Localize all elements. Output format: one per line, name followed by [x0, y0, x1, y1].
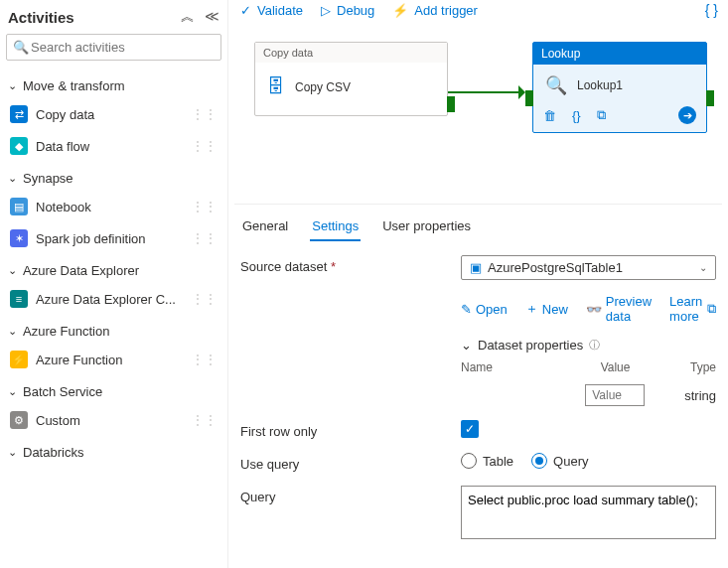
activity-data-flow[interactable]: ◆Data flow⋮⋮	[6, 131, 221, 161]
copy-data-node[interactable]: Copy data 🗄 Copy CSV	[254, 42, 448, 116]
dataset-properties: ⌄Dataset propertiesⓘ Name Value Type str…	[240, 338, 716, 406]
link-label: Preview data	[606, 294, 652, 324]
activity-copy-data[interactable]: ⇄Copy data⋮⋮	[6, 99, 221, 129]
button-label: Debug	[337, 3, 374, 18]
chevron-down-icon: ⌄	[461, 338, 472, 353]
add-trigger-button[interactable]: ⚡Add trigger	[392, 3, 478, 18]
validate-button[interactable]: ✓Validate	[240, 3, 303, 18]
radio-table[interactable]: Table	[461, 453, 513, 469]
activity-label: Copy data	[36, 107, 94, 122]
group-label: Synapse	[23, 171, 73, 186]
info-icon[interactable]: ⓘ	[589, 338, 600, 353]
chevron-left-icon[interactable]: ≪	[205, 8, 219, 26]
code-icon[interactable]: {}	[572, 108, 581, 123]
dataset-properties-label: Dataset properties	[478, 338, 583, 353]
group-label: Databricks	[23, 445, 83, 460]
external-link-icon: ⧉	[707, 301, 716, 317]
copy-data-icon: ⇄	[10, 105, 28, 123]
source-dataset-label: Source dataset	[240, 255, 449, 274]
activity-adx-command[interactable]: ≡Azure Data Explorer C...⋮⋮	[6, 284, 221, 314]
sidebar-collapse-icons[interactable]: ︽ ≪	[181, 8, 219, 26]
grip-icon: ⋮⋮	[192, 353, 218, 366]
output-port[interactable]	[447, 96, 455, 112]
chevron-down-icon: ⌄	[8, 325, 17, 338]
first-row-only-label: First row only	[240, 420, 449, 439]
group-label: Azure Data Explorer	[23, 263, 139, 278]
function-icon: ⚡	[10, 351, 28, 368]
connector-arrow[interactable]	[448, 88, 532, 96]
link-label: Learn more	[669, 294, 703, 324]
button-label: Add trigger	[414, 3, 478, 18]
settings-panel: Source dataset ▣ AzurePostgreSqlTable1 ⌄…	[228, 241, 728, 549]
activity-azure-function[interactable]: ⚡Azure Function⋮⋮	[6, 345, 221, 374]
activity-label: Azure Data Explorer C...	[36, 292, 176, 307]
query-label: Query	[240, 486, 449, 504]
grip-icon: ⋮⋮	[192, 231, 218, 245]
copy-icon[interactable]: ⧉	[597, 107, 606, 123]
tab-settings[interactable]: Settings	[310, 213, 361, 241]
select-value: AzurePostgreSqlTable1	[488, 260, 623, 275]
delete-icon[interactable]: 🗑	[543, 108, 556, 123]
group-label: Batch Service	[23, 384, 102, 399]
chevron-down-icon: ⌄	[8, 79, 17, 92]
use-query-radio-group: Table Query	[461, 453, 588, 469]
pipeline-toolbar: ✓Validate ▷Debug ⚡Add trigger { }	[228, 0, 728, 24]
activity-notebook[interactable]: ▤Notebook⋮⋮	[6, 192, 221, 221]
code-view-button[interactable]: { }	[705, 2, 718, 18]
grip-icon: ⋮⋮	[192, 107, 218, 121]
search-activities-box[interactable]: 🔍	[6, 34, 221, 61]
input-port[interactable]	[525, 90, 533, 106]
first-row-only-checkbox[interactable]: ✓	[461, 420, 479, 438]
node-type-label: Copy data	[255, 43, 447, 63]
run-icon[interactable]: ➔	[678, 106, 696, 124]
source-dataset-select[interactable]: ▣ AzurePostgreSqlTable1 ⌄	[461, 255, 716, 280]
activity-label: Azure Function	[36, 353, 122, 367]
gear-icon: ⚙	[10, 411, 28, 429]
node-name: Copy CSV	[295, 80, 351, 94]
group-databricks[interactable]: ⌄Databricks	[6, 437, 221, 464]
preview-data-link[interactable]: 👓Preview data	[586, 294, 652, 324]
open-link[interactable]: ✎Open	[461, 294, 508, 324]
lightning-icon: ⚡	[392, 3, 408, 18]
activity-label: Custom	[36, 413, 80, 428]
activity-spark-job[interactable]: ✶Spark job definition⋮⋮	[6, 223, 221, 253]
learn-more-link[interactable]: Learn more⧉	[669, 294, 716, 324]
debug-button[interactable]: ▷Debug	[321, 3, 374, 18]
group-batch-service[interactable]: ⌄Batch Service	[6, 376, 221, 403]
grip-icon: ⋮⋮	[192, 292, 218, 306]
new-link[interactable]: ＋New	[525, 294, 568, 324]
chevron-up-icon[interactable]: ︽	[181, 8, 195, 26]
dataset-actions: ✎Open ＋New 👓Preview data Learn more⧉	[240, 294, 716, 324]
check-icon: ✓	[240, 3, 251, 18]
search-input[interactable]	[29, 39, 215, 56]
tab-general[interactable]: General	[240, 213, 290, 241]
sidebar-title: Activities	[8, 9, 74, 26]
group-label: Move & transform	[23, 78, 125, 93]
col-name: Name	[461, 360, 561, 374]
radio-label: Query	[553, 454, 588, 469]
radio-label: Table	[483, 454, 513, 469]
radio-query[interactable]: Query	[531, 453, 588, 469]
group-synapse[interactable]: ⌄Synapse	[6, 163, 221, 190]
dataset-properties-toggle[interactable]: ⌄Dataset propertiesⓘ	[461, 338, 716, 353]
output-port[interactable]	[706, 90, 714, 106]
query-textarea[interactable]	[461, 486, 716, 539]
group-move-transform[interactable]: ⌄Move & transform	[6, 71, 221, 97]
col-type: Type	[690, 360, 716, 374]
group-azure-function[interactable]: ⌄Azure Function	[6, 316, 221, 343]
activity-custom[interactable]: ⚙Custom⋮⋮	[6, 405, 221, 435]
tab-user-properties[interactable]: User properties	[380, 213, 473, 241]
main-area: ✓Validate ▷Debug ⚡Add trigger { } Copy d…	[228, 0, 728, 568]
group-azure-data-explorer[interactable]: ⌄Azure Data Explorer	[6, 255, 221, 282]
adx-icon: ≡	[10, 290, 28, 308]
search-icon: 🔍	[545, 74, 567, 96]
prop-value-input[interactable]	[585, 384, 645, 406]
plus-icon: ＋	[525, 300, 538, 318]
chevron-down-icon: ⌄	[8, 385, 17, 398]
notebook-icon: ▤	[10, 198, 28, 215]
database-icon: 🗄	[267, 76, 285, 97]
settings-tabs: General Settings User properties	[228, 205, 728, 241]
pipeline-canvas[interactable]: Copy data 🗄 Copy CSV Lookup 🔍 Lookup1 🗑 …	[234, 24, 722, 205]
node-type-label: Lookup	[533, 43, 706, 65]
lookup-node[interactable]: Lookup 🔍 Lookup1 🗑 {} ⧉ ➔	[532, 42, 707, 133]
